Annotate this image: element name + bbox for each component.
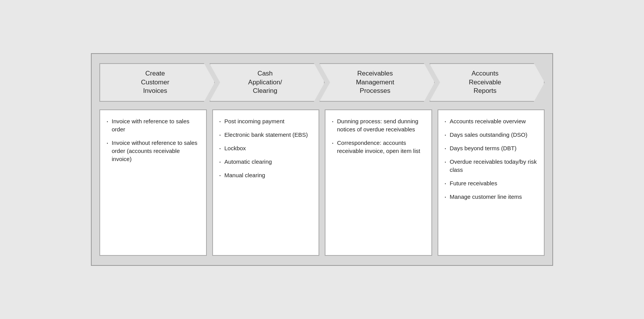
- diagram-container: CreateCustomerInvoicesCashApplication/Cl…: [91, 53, 553, 266]
- list-item: Invoice without reference to sales order…: [105, 139, 199, 163]
- content-box-col2: Post incoming paymentElectronic bank sta…: [212, 109, 320, 256]
- arrow-label-col1: CreateCustomerInvoices: [141, 69, 169, 96]
- content-box-col1: Invoice with reference to sales orderInv…: [99, 109, 207, 256]
- arrow-header-col3: ReceivablesManagementProcesses: [319, 63, 435, 102]
- list-item: Lockbox: [218, 144, 312, 152]
- list-item: Future receivables: [443, 179, 537, 187]
- list-item: Correspondence: accounts receivable invo…: [330, 139, 424, 155]
- list-item: Automatic clearing: [218, 158, 312, 166]
- content-row: Invoice with reference to sales orderInv…: [99, 109, 545, 256]
- content-box-col4: Accounts receivable overviewDays sales o…: [438, 109, 545, 256]
- list-item: Days sales outstanding (DSO): [443, 131, 537, 139]
- arrow-label-col3: ReceivablesManagementProcesses: [356, 69, 394, 96]
- arrow-header-col2: CashApplication/Clearing: [210, 63, 325, 102]
- arrow-label-col4: AccountsReceivableReports: [469, 69, 501, 96]
- list-item: Accounts receivable overview: [443, 117, 537, 125]
- list-item: Manage customer line items: [443, 193, 537, 201]
- arrow-header-col1: CreateCustomerInvoices: [99, 63, 215, 102]
- list-item: Electronic bank statement (EBS): [218, 131, 312, 139]
- list-item: Days beyond terms (DBT): [443, 144, 537, 152]
- content-box-col3: Dunning process: send dunning notices of…: [325, 109, 432, 256]
- list-item: Post incoming payment: [218, 117, 312, 125]
- arrow-row: CreateCustomerInvoicesCashApplication/Cl…: [99, 63, 545, 102]
- list-item: Manual clearing: [218, 171, 312, 179]
- list-item: Invoice with reference to sales order: [105, 117, 199, 133]
- arrow-label-col2: CashApplication/Clearing: [248, 69, 282, 96]
- list-item: Dunning process: send dunning notices of…: [330, 117, 424, 133]
- arrow-header-col4: AccountsReceivableReports: [429, 63, 545, 102]
- list-item: Overdue receivables today/by risk class: [443, 158, 537, 174]
